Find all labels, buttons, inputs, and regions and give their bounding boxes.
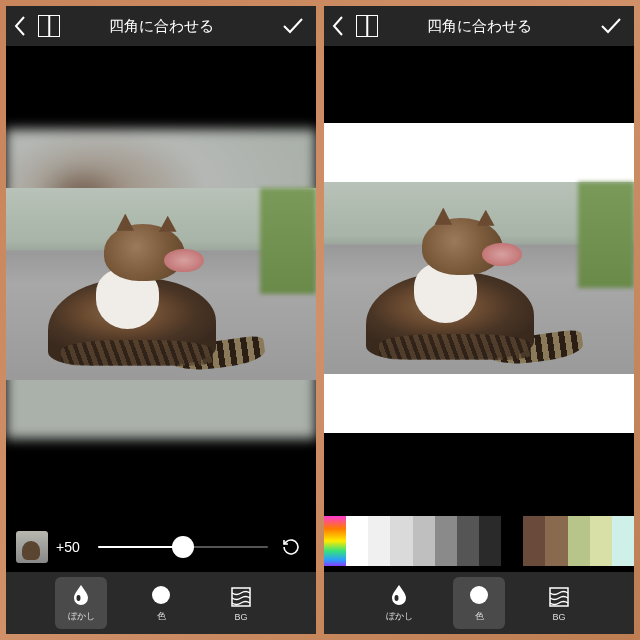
swatch[interactable] <box>435 516 457 566</box>
mode-tabs: ぼかし 色 BG <box>324 572 634 634</box>
phone-right: 四角に合わせる <box>324 6 634 634</box>
confirm-button[interactable] <box>596 6 626 46</box>
mode-tabs: ぼかし 色 BG <box>6 572 316 634</box>
tab-bg-label: BG <box>552 612 565 622</box>
swatch[interactable] <box>545 516 567 566</box>
phone-left: 四角に合わせる <box>6 6 316 634</box>
back-button[interactable] <box>324 6 352 46</box>
pattern-icon <box>229 585 253 609</box>
color-swatches <box>324 510 634 572</box>
swatch[interactable] <box>612 516 634 566</box>
swatch[interactable] <box>457 516 479 566</box>
swatch-picker[interactable] <box>324 516 346 566</box>
svg-point-3 <box>395 595 399 601</box>
swatch[interactable] <box>368 516 390 566</box>
chevron-left-icon <box>332 16 344 36</box>
slider-knob[interactable] <box>172 536 194 558</box>
reset-button[interactable] <box>276 532 306 562</box>
tab-color-label: 色 <box>475 610 484 623</box>
check-icon <box>601 18 621 34</box>
blur-slider[interactable] <box>98 546 268 548</box>
slider-value: +50 <box>56 539 90 555</box>
header: 四角に合わせる <box>324 6 634 46</box>
swatch[interactable] <box>590 516 612 566</box>
drop-icon <box>387 583 411 607</box>
tab-color[interactable]: 色 <box>135 577 187 629</box>
check-icon <box>283 18 303 34</box>
tab-blur[interactable]: ぼかし <box>373 577 425 629</box>
tab-blur-label: ぼかし <box>386 610 413 623</box>
photo <box>6 188 316 380</box>
tab-color[interactable]: 色 <box>453 577 505 629</box>
swatch[interactable] <box>501 516 523 566</box>
tab-blur-label: ぼかし <box>68 610 95 623</box>
svg-point-0 <box>77 595 81 601</box>
back-button[interactable] <box>6 6 34 46</box>
tab-bg[interactable]: BG <box>533 577 585 629</box>
canvas[interactable] <box>6 46 316 522</box>
preview-thumb[interactable] <box>16 531 48 563</box>
aspect-ratio-button[interactable] <box>356 15 378 37</box>
tab-color-label: 色 <box>157 610 166 623</box>
swatch[interactable] <box>413 516 435 566</box>
svg-point-4 <box>470 586 488 604</box>
blur-slider-row: +50 <box>6 522 316 572</box>
tab-bg-label: BG <box>234 612 247 622</box>
confirm-button[interactable] <box>278 6 308 46</box>
canvas[interactable] <box>324 46 634 510</box>
swatch[interactable] <box>390 516 412 566</box>
swatch[interactable] <box>346 516 368 566</box>
tab-blur[interactable]: ぼかし <box>55 577 107 629</box>
circle-icon <box>149 583 173 607</box>
tab-bg[interactable]: BG <box>215 577 267 629</box>
aspect-ratio-button[interactable] <box>38 15 60 37</box>
drop-icon <box>69 583 93 607</box>
swatch[interactable] <box>523 516 545 566</box>
photo <box>324 182 634 374</box>
rotate-icon <box>281 537 301 557</box>
pattern-icon <box>547 585 571 609</box>
swatch[interactable] <box>568 516 590 566</box>
swatch[interactable] <box>479 516 501 566</box>
chevron-left-icon <box>14 16 26 36</box>
svg-point-1 <box>152 586 170 604</box>
header: 四角に合わせる <box>6 6 316 46</box>
circle-icon <box>467 583 491 607</box>
